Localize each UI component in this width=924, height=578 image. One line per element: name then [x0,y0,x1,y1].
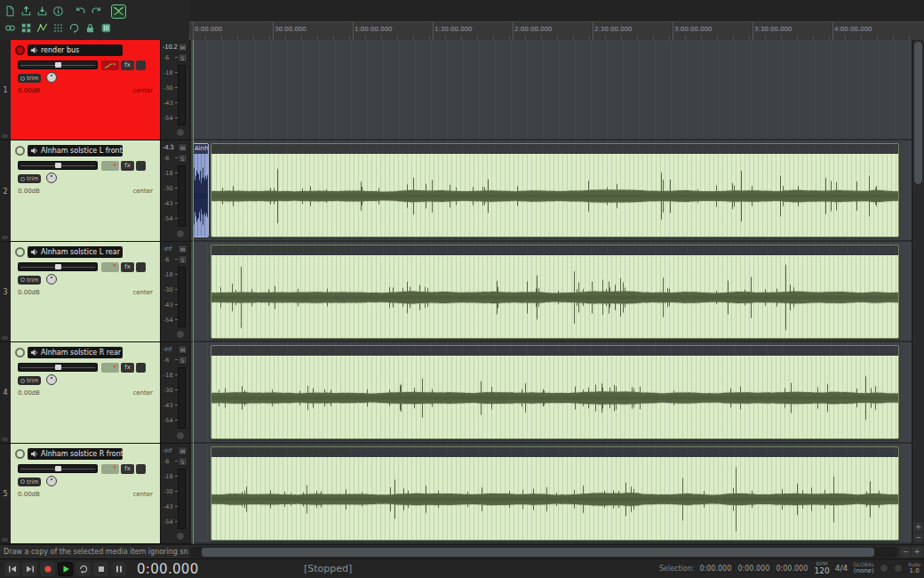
volume-fader[interactable] [18,161,98,170]
tcp-track-5[interactable]: Alnham solstice R frontfxtrim0.00dBcente… [11,444,160,543]
go-to-start-button[interactable] [4,562,20,576]
record-arm-button[interactable] [15,45,25,55]
routing-button[interactable] [101,363,119,373]
lock-toggle-button[interactable] [83,21,98,36]
tcp-track-1[interactable]: render busfxtrim0.00dBcenter [11,40,160,140]
pan-knob[interactable] [46,173,57,183]
vertical-scrollbar-handle[interactable] [914,42,922,184]
track-fold-grip[interactable] [2,336,8,340]
new-project-button[interactable] [3,4,18,19]
meter-knob[interactable] [176,431,185,440]
track-name-display[interactable]: Alnham solstice R front [28,448,123,460]
track-name-display[interactable]: Alnham solstice L front [28,145,123,157]
fx-bypass-button[interactable] [136,262,146,272]
automation-mode-button[interactable]: trim [18,478,41,486]
solo-button[interactable]: S [178,457,187,466]
record-button[interactable] [40,562,55,576]
global-automation-display[interactable]: GLOBAL (none) [853,562,874,574]
pan-knob[interactable] [46,274,57,285]
media-item[interactable]: Alnham solstice [whole no fx].wav [chan … [211,345,899,439]
record-arm-button[interactable] [15,449,25,459]
automation-mode-button[interactable]: trim [18,376,41,385]
arrange-lane-1[interactable] [191,40,912,140]
bpm-display[interactable]: BPM 120 [814,561,829,575]
edit-cursor[interactable] [193,40,194,544]
solo-button[interactable]: S [178,255,187,264]
volume-fader-handle[interactable] [55,163,61,168]
record-arm-button[interactable] [15,146,25,156]
track-name-display[interactable]: render bus [28,44,123,56]
mute-button[interactable]: M [178,245,187,253]
vertical-zoom-out-button[interactable]: − [913,533,923,542]
horizontal-zoom-out-button[interactable]: − [900,547,911,558]
undo-button[interactable] [73,4,88,19]
fx-button[interactable]: fx [121,262,134,272]
crossfade-toggle-button[interactable] [111,4,126,19]
grouping-toggle-button[interactable] [3,21,18,36]
automation-mode-button[interactable]: trim [18,276,41,285]
pan-knob[interactable] [46,72,57,83]
horizontal-scrollbar[interactable] [190,547,897,558]
track-name-display[interactable]: Alnham solstice R rear [28,347,123,358]
routing-button[interactable] [101,262,119,272]
media-item[interactable]: Alnhar [193,143,209,237]
mute-button[interactable]: M [178,345,187,354]
redo-button[interactable] [89,4,104,19]
envelope-toggle-button[interactable] [35,21,50,36]
go-to-end-button[interactable] [22,562,37,576]
selection-length-value[interactable]: 0:00.000 [776,565,808,573]
record-arm-button[interactable] [15,247,25,257]
automation-mode-button[interactable]: trim [18,74,41,83]
routing-button[interactable] [101,464,119,474]
fx-bypass-button[interactable] [136,464,146,474]
horizontal-scrollbar-handle[interactable] [202,548,874,557]
mute-button[interactable]: M [178,143,187,152]
ripple-toggle-button[interactable] [67,21,82,36]
pan-knob[interactable] [46,476,57,486]
volume-fader[interactable] [18,464,98,473]
track-fold-grip[interactable] [2,438,8,441]
grid-toggle-button[interactable] [19,21,34,36]
meter-knob[interactable] [176,330,185,339]
fx-button[interactable]: fx [121,464,134,474]
project-settings-button[interactable] [51,4,66,19]
meter-knob[interactable] [176,229,185,238]
tcp-track-2[interactable]: Alnham solstice L frontfxtrim0.00dBcente… [11,140,160,240]
meter-knob[interactable] [176,532,185,541]
stop-button[interactable] [93,562,108,576]
rate-display[interactable]: Rate 1.0 [908,562,920,574]
volume-fader-handle[interactable] [55,365,61,370]
routing-button[interactable] [101,161,119,171]
volume-fader-handle[interactable] [55,264,61,269]
timeline-ruler[interactable]: 0:00.00030:00.0001:00:00.0001:30:00.0002… [189,21,924,40]
fx-button[interactable]: fx [121,363,134,373]
automation-knob[interactable] [880,564,888,573]
mute-button[interactable]: M [178,43,187,52]
repeat-button[interactable] [76,562,91,576]
save-project-button[interactable] [35,4,50,19]
fx-bypass-button[interactable] [136,363,146,373]
arrange-view[interactable]: AlnharAlnham solstice [whole no fx].wav … [189,40,912,544]
open-project-button[interactable] [19,4,34,19]
time-signature[interactable]: 4/4 [835,564,848,573]
transport-time-display[interactable]: 0:00.000 [137,561,198,577]
volume-fader[interactable] [18,363,98,372]
fx-button[interactable]: fx [121,161,134,171]
playrate-knob[interactable] [894,564,903,573]
meter-knob[interactable] [176,128,185,137]
selection-end-value[interactable]: 0:00.000 [737,565,770,573]
fx-button[interactable]: fx [121,60,134,70]
fx-bypass-button[interactable] [136,60,146,70]
snap-toggle-button[interactable] [51,21,66,36]
track-fold-grip[interactable] [2,538,8,542]
record-arm-button[interactable] [15,348,25,357]
pan-knob[interactable] [46,374,57,385]
volume-fader-handle[interactable] [55,466,61,471]
vertical-zoom-in-button[interactable]: + [913,522,923,532]
mute-button[interactable]: M [178,446,187,455]
track-fold-grip[interactable] [2,236,8,239]
solo-button[interactable]: S [178,356,187,365]
volume-fader[interactable] [18,60,98,69]
play-button[interactable] [58,562,73,576]
track-name-display[interactable]: Alnham solstice L rear [28,246,123,258]
